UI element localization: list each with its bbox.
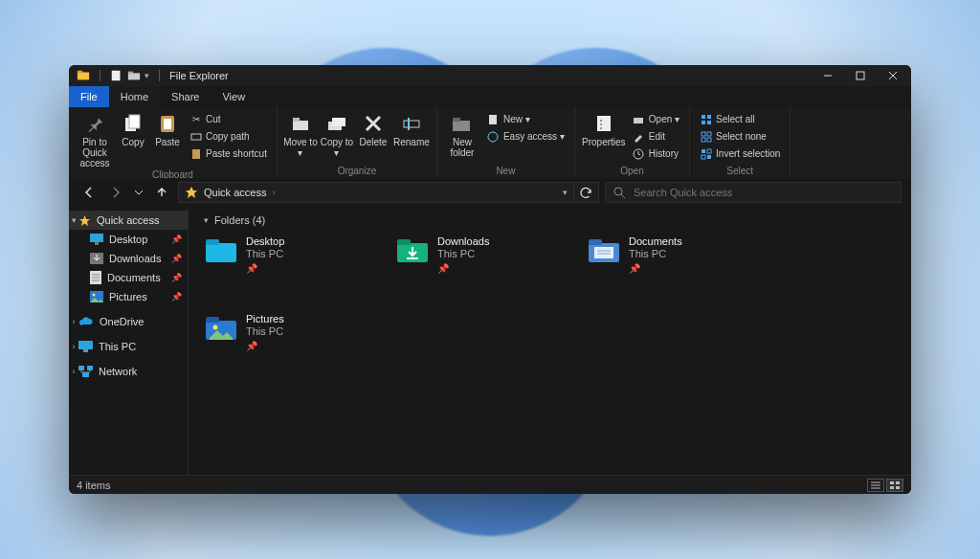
- move-to-button[interactable]: Move to ▾: [283, 109, 318, 158]
- pictures-folder-icon: [204, 313, 238, 342]
- pin-icon: 📌: [246, 340, 284, 352]
- select-none-button[interactable]: Select none: [696, 128, 784, 145]
- nav-forward-button[interactable]: [105, 182, 126, 203]
- svg-rect-15: [191, 134, 201, 140]
- copy-path-button[interactable]: Copy path: [186, 128, 271, 145]
- navigation-pane: ▾ Quick access Desktop📌 Downloads📌 Docum…: [69, 207, 189, 475]
- search-icon: [613, 187, 626, 199]
- tab-file[interactable]: File: [69, 86, 109, 107]
- tab-home[interactable]: Home: [109, 86, 160, 107]
- pin-icon: 📌: [171, 235, 182, 244]
- svg-point-31: [600, 123, 602, 125]
- refresh-button[interactable]: [580, 187, 592, 199]
- ribbon: Pin to Quick access Copy Paste ✂Cut Copy…: [69, 107, 911, 178]
- ribbon-group-open: Properties Open ▾ Edit History Open: [575, 107, 690, 178]
- qa-dropdown-icon[interactable]: ▾: [145, 71, 149, 80]
- minimize-button[interactable]: [812, 65, 844, 86]
- paste-button[interactable]: Paste: [151, 109, 184, 147]
- svg-point-28: [488, 132, 498, 142]
- folder-item-documents[interactable]: DocumentsThis PC📌: [587, 235, 740, 275]
- svg-rect-14: [164, 119, 171, 129]
- qa-new-icon[interactable]: [110, 69, 123, 82]
- new-folder-icon: [450, 111, 475, 136]
- close-button[interactable]: [877, 65, 909, 86]
- history-button[interactable]: History: [629, 145, 683, 162]
- window-title: File Explorer: [169, 70, 229, 81]
- nav-back-button[interactable]: [78, 182, 100, 203]
- tab-share[interactable]: Share: [160, 86, 211, 107]
- paste-shortcut-icon: [189, 147, 202, 160]
- copy-to-button[interactable]: Copy to ▾: [320, 109, 354, 158]
- folder-item-desktop[interactable]: DesktopThis PC📌: [204, 235, 357, 275]
- onedrive-icon: [78, 317, 94, 327]
- svg-rect-2: [112, 71, 121, 81]
- svg-point-32: [600, 127, 602, 129]
- easy-access-button[interactable]: Easy access ▾: [483, 128, 568, 145]
- svg-rect-37: [702, 121, 705, 124]
- svg-rect-83: [890, 486, 894, 489]
- chevron-right-icon[interactable]: ›: [69, 342, 78, 351]
- nav-up-button[interactable]: [151, 182, 172, 203]
- open-button[interactable]: Open ▾: [629, 111, 683, 127]
- svg-rect-26: [453, 118, 460, 122]
- tab-view[interactable]: View: [211, 86, 256, 107]
- maximize-button[interactable]: [844, 65, 877, 86]
- address-dropdown-icon[interactable]: ▾: [563, 188, 568, 197]
- new-item-button[interactable]: New ▾: [483, 111, 568, 127]
- properties-icon: [591, 111, 616, 136]
- chevron-right-icon[interactable]: ›: [69, 317, 78, 326]
- search-input[interactable]: [634, 187, 893, 198]
- sidebar-item-documents[interactable]: Documents📌: [69, 268, 188, 287]
- qa-folder-icon[interactable]: [127, 69, 141, 82]
- help-button[interactable]: ?: [888, 86, 911, 107]
- search-box[interactable]: [605, 182, 902, 203]
- chevron-right-icon: ›: [272, 188, 275, 197]
- pin-to-quick-access-button[interactable]: Pin to Quick access: [75, 109, 115, 168]
- svg-rect-65: [206, 243, 236, 262]
- chevron-down-icon[interactable]: ▾: [69, 215, 78, 225]
- folder-item-pictures[interactable]: PicturesThis PC📌: [204, 313, 357, 352]
- sidebar-item-quick-access[interactable]: ▾ Quick access: [69, 211, 188, 230]
- pin-icon: 📌: [171, 292, 182, 302]
- ribbon-collapse-button[interactable]: [561, 86, 584, 107]
- rename-button[interactable]: Rename: [392, 109, 431, 147]
- properties-button[interactable]: Properties: [581, 109, 627, 147]
- chevron-right-icon[interactable]: ›: [69, 367, 78, 376]
- svg-rect-3: [128, 73, 140, 79]
- cut-button[interactable]: ✂Cut: [186, 111, 271, 127]
- svg-rect-46: [707, 155, 711, 159]
- edit-button[interactable]: Edit: [629, 128, 683, 145]
- svg-rect-61: [83, 349, 88, 352]
- svg-rect-4: [128, 72, 133, 75]
- sidebar-item-this-pc[interactable]: › This PC: [69, 337, 188, 356]
- svg-rect-29: [597, 116, 611, 131]
- new-folder-button[interactable]: New folder: [443, 109, 481, 158]
- svg-rect-18: [293, 118, 300, 122]
- copy-button[interactable]: Copy: [117, 109, 149, 147]
- svg-rect-43: [702, 149, 705, 153]
- content-pane: Folders (4) DesktopThis PC📌 DownloadsThi…: [189, 207, 911, 475]
- group-header-folders[interactable]: Folders (4): [204, 214, 896, 226]
- address-row: Quick access › ▾: [69, 178, 911, 207]
- svg-rect-71: [589, 239, 602, 245]
- folder-item-downloads[interactable]: DownloadsThis PC📌: [395, 235, 548, 275]
- svg-rect-44: [707, 149, 711, 153]
- delete-button[interactable]: Delete: [356, 109, 390, 147]
- select-all-button[interactable]: Select all: [696, 111, 784, 127]
- sidebar-item-pictures[interactable]: Pictures📌: [69, 287, 188, 306]
- pin-icon: 📌: [171, 273, 182, 282]
- documents-folder-icon: [587, 235, 621, 264]
- invert-selection-button[interactable]: Invert selection: [696, 145, 784, 162]
- nav-recent-button[interactable]: [132, 182, 145, 203]
- view-details-button[interactable]: [867, 479, 884, 492]
- ribbon-group-organize: Move to ▾ Copy to ▾ Delete Rename Organi…: [278, 107, 437, 178]
- view-icons-button[interactable]: [886, 479, 903, 492]
- sidebar-item-desktop[interactable]: Desktop📌: [69, 230, 188, 249]
- sidebar-item-onedrive[interactable]: › OneDrive: [69, 312, 188, 331]
- sidebar-item-network[interactable]: › Network: [69, 362, 188, 381]
- sidebar-item-downloads[interactable]: Downloads📌: [69, 249, 188, 268]
- svg-rect-23: [404, 121, 419, 127]
- documents-icon: [90, 271, 101, 284]
- address-bar[interactable]: Quick access › ▾: [178, 182, 599, 203]
- paste-shortcut-button[interactable]: Paste shortcut: [186, 145, 271, 162]
